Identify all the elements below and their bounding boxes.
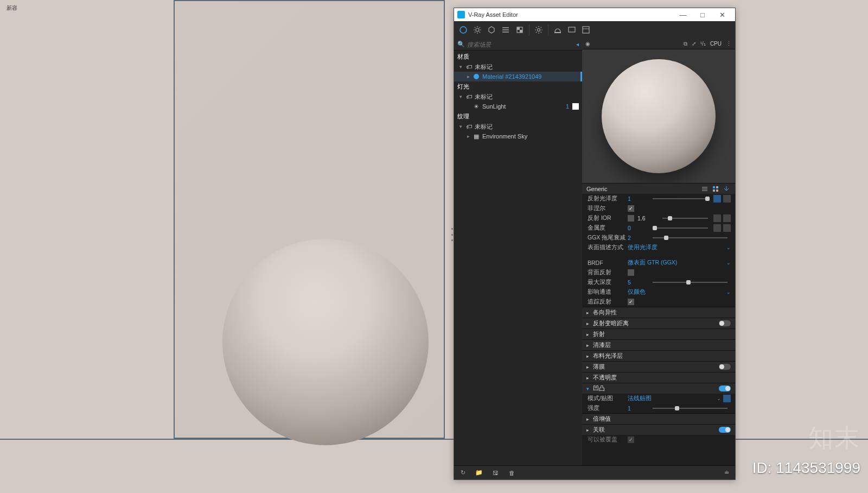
slider[interactable] bbox=[653, 237, 727, 238]
preview-engine-label[interactable]: CPU bbox=[710, 41, 722, 47]
scene-tree[interactable]: 材质 ▾🏷 未标记 ▸ Material #2143921049 灯光 ▾🏷 未… bbox=[454, 50, 582, 465]
bottom-toolbar: ↻ 📁 🖫 🗑 ≐ bbox=[454, 465, 735, 479]
geometry-tab-icon[interactable] bbox=[485, 23, 498, 36]
window-close-button[interactable]: ✕ bbox=[712, 11, 732, 19]
vray-logo-icon bbox=[457, 11, 465, 18]
toggle[interactable] bbox=[719, 364, 731, 370]
svg-point-9 bbox=[474, 74, 479, 79]
map-slot[interactable] bbox=[723, 395, 731, 402]
acc-thinfilm[interactable]: ▸薄膜 bbox=[582, 361, 735, 372]
acc-sheen[interactable]: ▸布料光泽层 bbox=[582, 350, 735, 361]
svg-rect-11 bbox=[716, 186, 718, 188]
properties-list[interactable]: 反射光泽度 1 菲涅尔 反射 IOR 1.6 bbox=[582, 194, 735, 465]
sun-icon: ☀ bbox=[473, 103, 480, 110]
watermark-id: ID: 1143531999 bbox=[752, 459, 860, 477]
acc-clearcoat[interactable]: ▸清漆层 bbox=[582, 339, 735, 350]
svg-rect-6 bbox=[554, 32, 561, 33]
map-toggle[interactable] bbox=[723, 195, 731, 203]
svg-point-5 bbox=[538, 29, 540, 31]
acc-relation[interactable]: ▸关联 bbox=[582, 424, 735, 435]
toggle[interactable] bbox=[719, 427, 731, 433]
slider[interactable] bbox=[653, 227, 708, 229]
asset-editor-window: V-Ray Asset Editor — □ ✕ 🔍 ◂ bbox=[454, 8, 736, 480]
tree-node-sunlight[interactable]: ☀ SunLight 1 bbox=[454, 102, 582, 111]
search-filter-dropdown[interactable]: ◂ bbox=[576, 41, 579, 47]
toggle[interactable] bbox=[719, 385, 731, 391]
prop-trace-reflection: 追踪反射 bbox=[582, 297, 735, 307]
acc-bump[interactable]: ▾凹凸 bbox=[582, 383, 735, 394]
delete-icon[interactable]: 🗑 bbox=[507, 469, 516, 477]
slider[interactable] bbox=[653, 408, 727, 409]
window-maximize-button[interactable]: □ bbox=[693, 11, 712, 19]
preview-ratio[interactable]: ¹/₁ bbox=[700, 41, 706, 47]
open-folder-icon[interactable]: 📁 bbox=[475, 469, 483, 477]
material-preview[interactable] bbox=[582, 49, 735, 183]
prop-back-reflection: 背面反射 bbox=[582, 268, 735, 277]
props-save-icon[interactable] bbox=[722, 185, 731, 193]
new-asset-icon[interactable]: ↻ bbox=[458, 469, 467, 477]
tree-node-environment-sky[interactable]: ▸▦ Environment Sky bbox=[454, 131, 582, 141]
materials-tab-icon[interactable] bbox=[457, 23, 470, 36]
acc-refraction[interactable]: ▸折射 bbox=[582, 328, 735, 339]
textures-tab-icon[interactable] bbox=[513, 23, 526, 36]
map-slot[interactable] bbox=[713, 214, 721, 222]
toggle[interactable] bbox=[719, 320, 731, 326]
svg-rect-13 bbox=[716, 189, 718, 192]
dropdown-arrow-icon[interactable]: ⌄ bbox=[717, 396, 721, 401]
tree-category-materials: 材质 bbox=[454, 52, 582, 62]
props-sliders-icon[interactable] bbox=[700, 185, 709, 193]
checkbox[interactable] bbox=[628, 299, 634, 305]
map-toggle[interactable] bbox=[723, 214, 731, 222]
tree-node-untagged-materials[interactable]: ▾🏷 未标记 bbox=[454, 62, 582, 72]
window-title: V-Ray Asset Editor bbox=[468, 11, 673, 18]
slider[interactable] bbox=[653, 198, 708, 199]
acc-opacity[interactable]: ▸不透明度 bbox=[582, 372, 735, 383]
expand-icon[interactable] bbox=[579, 23, 592, 36]
slider[interactable] bbox=[662, 218, 708, 219]
dropdown-arrow-icon[interactable]: ⌄ bbox=[726, 245, 731, 250]
acc-dim-distance[interactable]: ▸反射变暗距离 bbox=[582, 318, 735, 328]
preview-eye-icon[interactable]: ◉ bbox=[585, 41, 590, 47]
material-type-label: Generic bbox=[586, 186, 698, 192]
lights-tab-icon[interactable] bbox=[471, 23, 484, 36]
slider[interactable] bbox=[653, 282, 727, 283]
prop-ggx-tail: GGX 拖尾衰减 2 bbox=[582, 233, 735, 243]
map-slot[interactable] bbox=[713, 195, 721, 203]
viewport-3d[interactable] bbox=[0, 0, 868, 493]
props-views-icon[interactable] bbox=[711, 185, 720, 193]
acc-multiplier[interactable]: ▸倍增值 bbox=[582, 413, 735, 424]
preview-menu-icon[interactable]: ⋮ bbox=[726, 40, 732, 47]
render-elements-tab-icon[interactable] bbox=[499, 23, 512, 36]
tag-icon: 🏷 bbox=[465, 63, 473, 71]
window-titlebar[interactable]: V-Ray Asset Editor — □ ✕ bbox=[454, 8, 735, 21]
properties-pane: ◉ ⧉ ⤢ ¹/₁ CPU ⋮ Generic 反射光泽度 1 bbox=[582, 39, 735, 465]
tree-node-untagged-lights[interactable]: ▾🏷 未标记 bbox=[454, 92, 582, 102]
preview-undock-icon[interactable]: ⧉ bbox=[684, 41, 687, 47]
map-slot[interactable] bbox=[713, 224, 721, 232]
settings-tab-icon[interactable] bbox=[532, 23, 545, 36]
checkbox[interactable] bbox=[628, 205, 634, 212]
frame-buffer-icon[interactable] bbox=[565, 23, 578, 36]
render-icon[interactable] bbox=[551, 23, 564, 36]
checkbox[interactable] bbox=[628, 437, 634, 443]
window-minimize-button[interactable]: — bbox=[673, 11, 693, 19]
prop-bump-mode: 模式/贴图 法线贴图 ⌄ bbox=[582, 394, 735, 403]
apply-icon[interactable]: ≐ bbox=[722, 469, 731, 477]
tree-node-material[interactable]: ▸ Material #2143921049 bbox=[454, 72, 582, 81]
prop-brdf: BRDF 微表面 GTR (GGX) ⌄ bbox=[582, 258, 735, 268]
save-icon[interactable]: 🖫 bbox=[491, 469, 500, 477]
prop-fresnel: 菲涅尔 bbox=[582, 204, 735, 213]
color-swatch[interactable] bbox=[572, 103, 579, 110]
search-input[interactable] bbox=[467, 41, 576, 48]
acc-anisotropy[interactable]: ▸各向异性 bbox=[582, 307, 735, 318]
tree-node-untagged-textures[interactable]: ▾🏷 未标记 bbox=[454, 122, 582, 131]
preview-fit-icon[interactable]: ⤢ bbox=[692, 41, 696, 47]
svg-point-0 bbox=[460, 27, 467, 33]
lock-checkbox[interactable] bbox=[628, 215, 634, 222]
dropdown-arrow-icon[interactable]: ⌄ bbox=[726, 260, 731, 266]
preview-sphere bbox=[602, 59, 716, 173]
map-toggle[interactable] bbox=[723, 224, 731, 232]
dropdown-arrow-icon[interactable]: ⌄ bbox=[726, 289, 731, 295]
prop-reflection-glossiness: 反射光泽度 1 bbox=[582, 194, 735, 204]
checkbox[interactable] bbox=[628, 269, 634, 276]
